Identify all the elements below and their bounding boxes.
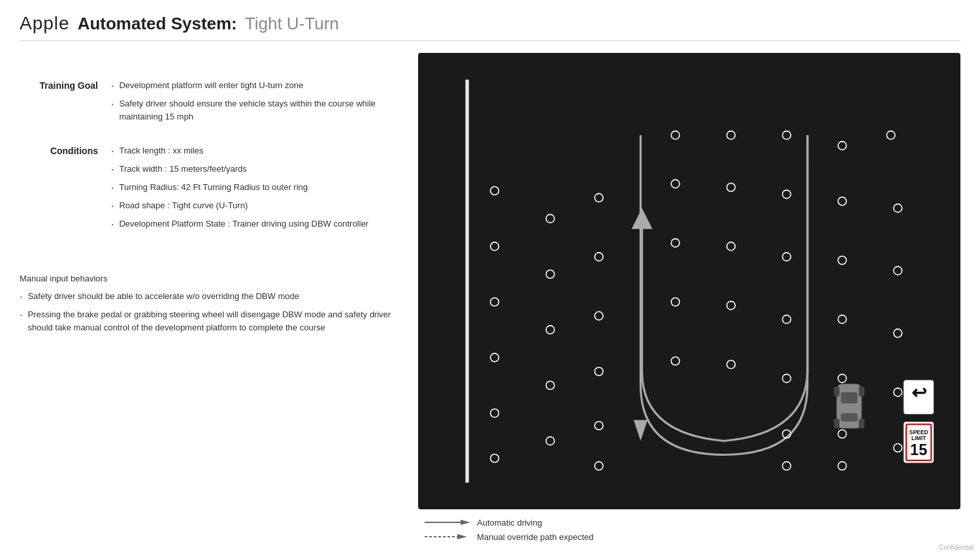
manual-section: Manual input behaviors Safety driver sho… <box>20 274 399 337</box>
svg-rect-52 <box>841 413 858 422</box>
conditions-list: Track length : xx miles Track width : 15… <box>111 144 399 232</box>
svg-marker-68 <box>457 534 467 539</box>
svg-text:15: 15 <box>910 441 927 458</box>
svg-rect-51 <box>841 392 858 404</box>
right-panel: ↩ SPEED LIMIT 15 <box>418 53 960 542</box>
title-bold: Automated System: <box>78 14 237 34</box>
training-goal-label: Training Goal <box>20 79 98 126</box>
list-item: Safety driver should ensure the vehicle … <box>111 97 399 123</box>
training-goal-section: Training Goal Development platform will … <box>20 79 399 126</box>
svg-rect-55 <box>834 419 840 428</box>
list-item: Turning Radius: 42 Ft Turning Radius to … <box>111 181 399 196</box>
confidential-label: Confidential <box>939 544 973 551</box>
svg-text:↩: ↩ <box>911 383 926 403</box>
page: Apple Automated System: Tight U-Turn Tra… <box>0 0 980 555</box>
svg-rect-53 <box>834 387 840 396</box>
training-goal-list: Development platform will enter tight U-… <box>111 79 399 123</box>
svg-rect-50 <box>837 384 862 428</box>
manual-list: Safety driver should be able to accelera… <box>20 290 399 334</box>
svg-text:SPEED: SPEED <box>909 429 928 436</box>
manual-arrow-icon <box>425 531 470 542</box>
legend: Automatic driving Manual override path e… <box>418 517 960 542</box>
list-item: Track length : xx miles <box>111 144 399 159</box>
auto-arrow-icon <box>425 517 470 528</box>
diagram: ↩ SPEED LIMIT 15 <box>418 53 960 509</box>
diagram-svg: ↩ SPEED LIMIT 15 <box>418 53 960 509</box>
svg-rect-0 <box>418 80 960 483</box>
manual-title: Manual input behaviors <box>20 274 399 283</box>
list-item: Track width : 15 meters/feet/yards <box>111 163 399 178</box>
title-light: Tight U-Turn <box>245 14 339 34</box>
conditions-section: Conditions Track length : xx miles Track… <box>20 144 399 236</box>
list-item: Road shape : Tight curve (U-Turn) <box>111 199 399 214</box>
list-item: Development Platform State : Trainer dri… <box>111 217 399 232</box>
conditions-content: Track length : xx miles Track width : 15… <box>111 144 399 236</box>
svg-marker-66 <box>461 520 470 525</box>
list-item: Pressing the brake pedal or grabbing ste… <box>20 308 399 334</box>
conditions-label: Conditions <box>20 144 98 236</box>
legend-auto: Automatic driving <box>425 517 960 528</box>
svg-rect-1 <box>465 80 468 483</box>
svg-rect-54 <box>859 387 865 396</box>
svg-rect-56 <box>859 419 865 428</box>
manual-label: Manual override path expected <box>477 532 594 542</box>
left-panel: Training Goal Development platform will … <box>20 53 399 542</box>
header: Apple Automated System: Tight U-Turn <box>20 13 960 41</box>
list-item: Development platform will enter tight U-… <box>111 79 399 94</box>
auto-label: Automatic driving <box>477 518 542 528</box>
list-item: Safety driver should be able to accelera… <box>20 290 399 305</box>
apple-logo: Apple <box>20 13 70 34</box>
content: Training Goal Development platform will … <box>20 53 960 542</box>
training-goal-content: Development platform will enter tight U-… <box>111 79 399 126</box>
legend-manual: Manual override path expected <box>425 531 960 542</box>
